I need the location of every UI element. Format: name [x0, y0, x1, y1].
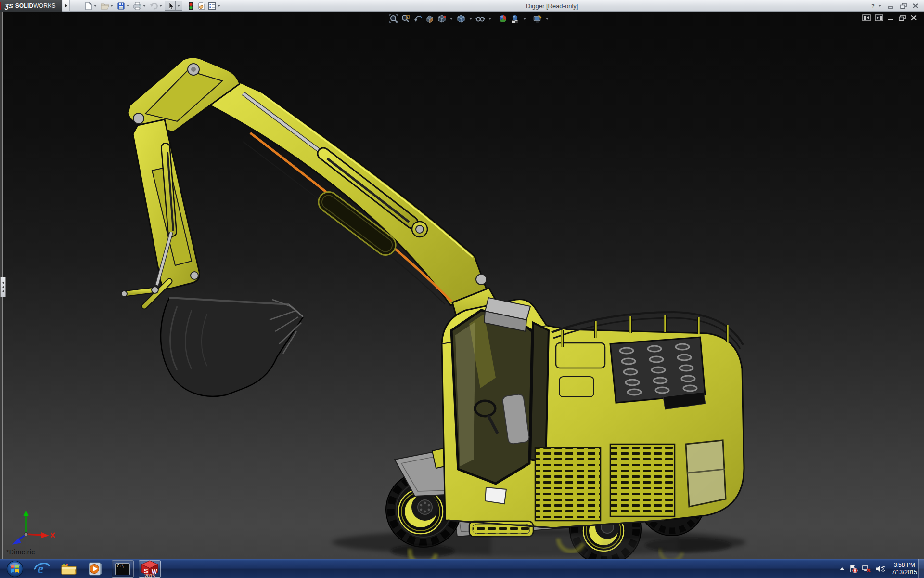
taskbar-apps: e C:\_: [4, 559, 161, 578]
boom-arm[interactable]: [205, 72, 501, 325]
apply-scene-dropdown[interactable]: [523, 18, 526, 20]
volume-icon[interactable]: [875, 565, 885, 573]
solidworks-logo-glyph: ƷS: [5, 2, 13, 10]
previous-pane-button[interactable]: [862, 14, 871, 21]
doc-minimize-button[interactable]: [887, 14, 894, 21]
new-document-icon: [84, 1, 93, 11]
windows-explorer-button[interactable]: [58, 560, 80, 578]
start-orb-icon: [6, 560, 24, 578]
flyout-arrow-icon: [65, 4, 67, 8]
brand-text-works: WORKS: [33, 2, 55, 9]
edit-appearance-button[interactable]: [497, 13, 509, 24]
heads-up-view-toolbar: [388, 13, 551, 24]
view-orientation-icon: [437, 14, 447, 24]
internet-explorer-button[interactable]: e: [31, 560, 53, 578]
brand-text-solid: SOLID: [15, 2, 34, 9]
solidworks-2015-button[interactable]: S W 2015: [139, 560, 161, 578]
view-settings-button[interactable]: [532, 13, 543, 24]
options-dropdown[interactable]: [218, 5, 220, 7]
menu-flyout-button[interactable]: [63, 0, 70, 12]
section-view-button[interactable]: [424, 13, 436, 24]
minimize-button[interactable]: [886, 1, 896, 10]
show-desktop-button[interactable]: [918, 559, 924, 578]
view-orientation-dropdown[interactable]: [450, 18, 453, 20]
help-button[interactable]: ?: [870, 2, 876, 10]
network-error-icon[interactable]: [862, 565, 871, 573]
view-settings-icon: [533, 14, 542, 24]
show-hidden-icons-button[interactable]: [840, 567, 845, 570]
graphics-viewport[interactable]: *Dimetric: [0, 12, 924, 559]
restore-icon: [900, 2, 907, 9]
section-view-icon: [425, 14, 435, 24]
boom-apex[interactable]: [128, 57, 240, 132]
eyeglasses-icon: [475, 14, 485, 24]
previous-pane-icon: [862, 14, 871, 21]
save-icon: [116, 1, 126, 11]
action-center-icon[interactable]: [849, 565, 858, 573]
solidworks-logo: ƷS SOLIDWORKS: [0, 0, 62, 12]
bucket[interactable]: [161, 298, 303, 396]
doc-close-button[interactable]: [911, 14, 917, 21]
restore-button[interactable]: [898, 1, 909, 10]
brand-red-accent: [0, 2, 1, 10]
media-player-button[interactable]: [85, 560, 107, 578]
undo-dropdown[interactable]: [159, 5, 162, 7]
window-controls: ?: [870, 0, 921, 12]
save-button[interactable]: [116, 1, 126, 11]
standard-toolbar: [83, 1, 223, 11]
feature-manager-collapsed-tab[interactable]: [0, 277, 6, 297]
clock[interactable]: 3:58 PM 7/13/2015: [892, 562, 917, 576]
print-dropdown[interactable]: [143, 5, 146, 7]
solidworks-2015-icon: S W 2015: [141, 560, 159, 578]
save-dropdown[interactable]: [127, 5, 129, 7]
x-axis-label: [51, 533, 55, 538]
view-orientation-button[interactable]: [436, 13, 448, 24]
select-button[interactable]: [165, 1, 182, 11]
media-player-icon: [88, 562, 103, 576]
open-button[interactable]: [99, 1, 110, 11]
machine-body[interactable]: [442, 298, 744, 537]
minimize-icon: [887, 2, 894, 9]
zoom-to-fit-button[interactable]: [388, 13, 399, 24]
display-style-button[interactable]: [455, 13, 467, 24]
command-prompt-button[interactable]: C:\_: [112, 560, 134, 578]
select-dropdown[interactable]: [175, 1, 181, 10]
previous-view-icon: [413, 14, 423, 24]
apply-scene-button[interactable]: [509, 13, 521, 24]
system-tray: 3:58 PM 7/13/2015: [840, 559, 917, 578]
options-button[interactable]: [206, 1, 217, 11]
rebuild-button[interactable]: [185, 1, 196, 11]
new-dropdown[interactable]: [94, 5, 97, 7]
hide-show-items-button[interactable]: [475, 13, 486, 24]
help-dropdown[interactable]: [878, 5, 881, 7]
doc-restore-button[interactable]: [898, 14, 906, 21]
view-settings-dropdown[interactable]: [546, 18, 549, 20]
print-button[interactable]: [132, 1, 142, 11]
orientation-triad[interactable]: [7, 508, 60, 546]
new-document-button[interactable]: [83, 1, 93, 11]
display-style-dropdown[interactable]: [469, 18, 472, 20]
display-style-icon: [456, 14, 466, 24]
window-title: Digger [Read-only]: [526, 2, 578, 10]
previous-view-button[interactable]: [412, 13, 424, 24]
dipper-arm[interactable]: [121, 119, 199, 306]
undo-button[interactable]: [148, 1, 159, 11]
next-pane-button[interactable]: [875, 14, 883, 21]
digger-model[interactable]: [0, 12, 924, 559]
sw-year: 2015: [144, 573, 155, 578]
file-properties-button[interactable]: [196, 1, 206, 11]
zoom-to-area-button[interactable]: [400, 13, 411, 24]
collapse-arrow-icon: [2, 290, 4, 293]
open-folder-icon: [100, 1, 109, 11]
internet-explorer-icon: e: [34, 561, 50, 577]
undo-icon: [149, 1, 158, 11]
open-dropdown[interactable]: [110, 5, 113, 7]
hide-show-items-dropdown[interactable]: [488, 18, 491, 20]
clock-time: 3:58 PM: [892, 562, 917, 569]
start-button[interactable]: [4, 560, 26, 578]
doc-restore-icon: [898, 14, 906, 21]
color-sphere-icon: [498, 14, 508, 24]
close-button[interactable]: [911, 1, 921, 10]
doc-minimize-icon: [887, 14, 894, 21]
apply-scene-icon: [510, 14, 520, 24]
